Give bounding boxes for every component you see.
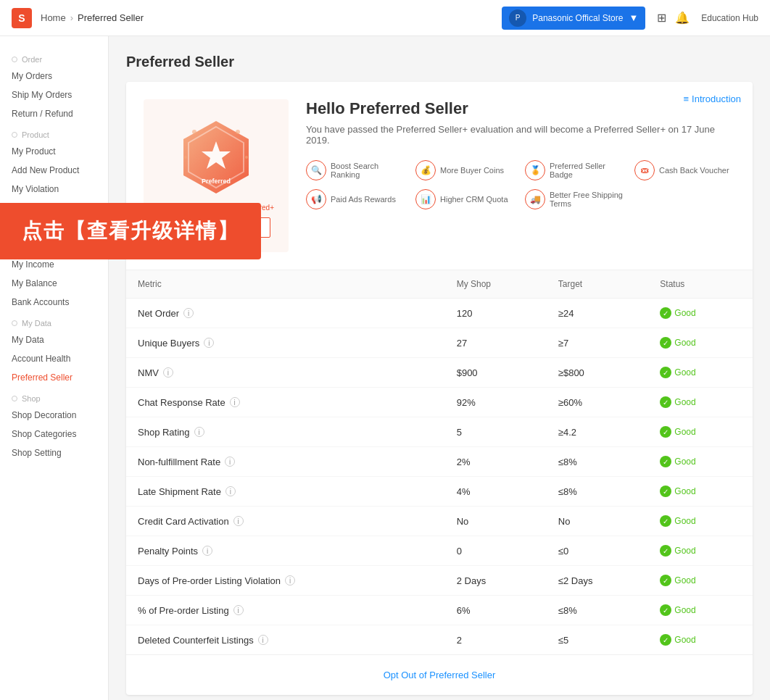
info-icon-5[interactable]: i: [225, 457, 235, 467]
status-label-0: Good: [674, 308, 695, 318]
sidebar-section-shop: Shop: [0, 387, 108, 406]
education-hub-link[interactable]: Education Hub: [701, 13, 758, 23]
header: S Home › Preferred Seller P Panasonic Of…: [0, 0, 770, 36]
benefit-icon-1: 💰: [415, 160, 436, 180]
preferred-badge-svg: Preferred: [173, 114, 260, 201]
target-value-9: ≤2 Days: [547, 566, 649, 596]
metric-name-5: Non-fulfillment Rate i: [138, 457, 434, 467]
metric-label-3: Chat Response Rate: [138, 397, 225, 408]
table-row: Shop Rating i 5 ≥4.2 ✓ Good: [126, 417, 753, 447]
col-target: Target: [547, 270, 649, 299]
status-label-3: Good: [674, 397, 695, 407]
svg-point-4: [236, 130, 240, 134]
info-icon-10[interactable]: i: [233, 605, 244, 615]
benefit-icon-5: 📊: [415, 189, 436, 209]
status-label-9: Good: [674, 575, 695, 586]
store-avatar: P: [509, 9, 526, 27]
target-value-11: ≤5: [547, 625, 649, 655]
status-label-1: Good: [674, 338, 695, 348]
benefit-label-1: More Buyer Coins: [440, 166, 504, 175]
sidebar-item-shop-categories[interactable]: Shop Categories: [0, 425, 108, 443]
metric-name-11: Deleted Counterfeit Listings i: [138, 635, 434, 646]
sidebar-item-my-violation[interactable]: My Violation: [0, 180, 108, 199]
info-icon-3[interactable]: i: [230, 397, 240, 407]
grid-icon[interactable]: ⊞: [657, 11, 666, 25]
opt-out-link[interactable]: Opt Out of Preferred Seller: [384, 670, 496, 680]
metric-label-9: Days of Pre-order Listing Violation: [138, 575, 281, 586]
metric-label-6: Late Shipment Rate: [138, 486, 221, 497]
store-name: Panasonic Offical Store: [532, 13, 623, 23]
info-icon-0[interactable]: i: [183, 308, 194, 318]
col-metric: Metric: [126, 270, 445, 299]
overlay-banner[interactable]: 点击【查看升级详情】: [126, 203, 261, 259]
benefit-icon-2: 🏅: [525, 160, 545, 180]
status-dot-1: ✓: [660, 337, 671, 349]
info-icon-11[interactable]: i: [258, 635, 268, 645]
sidebar-item-shop-setting[interactable]: Shop Setting: [0, 443, 108, 462]
table-row: NMV i $900 ≥$800 ✓ Good: [126, 358, 753, 388]
metric-name-6: Late Shipment Rate i: [138, 486, 434, 497]
status-dot-9: ✓: [660, 575, 671, 586]
info-icon-9[interactable]: i: [285, 575, 295, 586]
sidebar-item-ship-my-orders[interactable]: Ship My Orders: [0, 86, 108, 104]
table-body: Net Order i 120 ≥24 ✓ Good Unique Buyers…: [126, 299, 753, 655]
sidebar-item-bank-accounts[interactable]: Bank Accounts: [0, 293, 108, 312]
metric-name-7: Credit Card Activation i: [138, 516, 434, 527]
metric-label-10: % of Pre-order Listing: [138, 605, 229, 616]
info-icon-6[interactable]: i: [225, 486, 236, 496]
status-label-6: Good: [674, 486, 695, 496]
sidebar-item-my-product[interactable]: My Product: [0, 142, 108, 161]
benefit-item-0: 🔍 Boost Search Ranking: [306, 160, 407, 180]
status-9: ✓ Good: [660, 575, 741, 586]
benefit-icon-6: 🚚: [525, 189, 545, 209]
my-shop-value-4: 5: [445, 417, 547, 447]
status-label-10: Good: [674, 605, 695, 615]
store-selector[interactable]: P Panasonic Offical Store ▼: [502, 7, 645, 30]
status-dot-5: ✓: [660, 456, 671, 467]
status-11: ✓ Good: [660, 634, 741, 646]
status-label-5: Good: [674, 457, 695, 467]
table-header: Metric My Shop Target Status: [126, 270, 753, 299]
table-row: Unique Buyers i 27 ≥7 ✓ Good: [126, 328, 753, 358]
sidebar-item-my-data[interactable]: My Data: [0, 330, 108, 349]
sidebar-item-preferred-seller[interactable]: Preferred Seller: [0, 368, 108, 387]
benefit-item-2: 🏅 Preferred Seller Badge: [525, 160, 626, 180]
status-dot-4: ✓: [660, 426, 671, 438]
main-content: Preferred Seller ≡ Introduction: [109, 36, 770, 700]
info-icon-7[interactable]: i: [233, 516, 244, 526]
benefit-item-4: 📢 Paid Ads Rewards: [306, 189, 407, 209]
status-dot-8: ✓: [660, 545, 671, 557]
info-icon-1[interactable]: i: [204, 338, 214, 348]
bell-icon[interactable]: 🔔: [675, 11, 690, 25]
sidebar-item-account-health[interactable]: Account Health: [0, 349, 108, 368]
svg-text:Preferred: Preferred: [202, 178, 231, 185]
hero-title: Hello Preferred Seller: [306, 99, 735, 118]
benefit-item-1: 💰 More Buyer Coins: [415, 160, 516, 180]
breadcrumb-home[interactable]: Home: [41, 12, 66, 23]
sidebar-item-add-new-product[interactable]: Add New Product: [0, 161, 108, 180]
sidebar-section-product: Product: [0, 123, 108, 142]
benefit-item-3: 🎟 Cash Back Voucher: [634, 160, 735, 180]
sidebar-section-order: Order: [0, 48, 108, 67]
benefit-item-5: 📊 Higher CRM Quota: [415, 189, 516, 209]
sidebar-item-shop-decoration[interactable]: Shop Decoration: [0, 406, 108, 425]
table-row: Days of Pre-order Listing Violation i 2 …: [126, 566, 753, 596]
info-icon-2[interactable]: i: [163, 367, 173, 378]
status-0: ✓ Good: [660, 307, 741, 319]
shopee-logo[interactable]: S: [12, 8, 32, 28]
metric-label-11: Deleted Counterfeit Listings: [138, 635, 254, 646]
table-row: Credit Card Activation i No No ✓ Good: [126, 507, 753, 536]
info-icon-8[interactable]: i: [202, 546, 212, 556]
status-dot-0: ✓: [660, 307, 671, 319]
status-label-2: Good: [674, 367, 695, 378]
sidebar-item-my-balance[interactable]: My Balance: [0, 274, 108, 293]
info-icon-4[interactable]: i: [194, 427, 204, 437]
my-shop-value-10: 6%: [445, 596, 547, 625]
intro-link[interactable]: ≡ Introduction: [683, 93, 741, 104]
preferred-seller-card: ≡ Introduction: [126, 82, 753, 695]
metric-name-1: Unique Buyers i: [138, 338, 434, 349]
sidebar-item-return-/-refund[interactable]: Return / Refund: [0, 104, 108, 123]
benefit-label-6: Better Free Shipping Terms: [550, 191, 626, 208]
metric-label-8: Penalty Points: [138, 546, 198, 557]
sidebar-item-my-orders[interactable]: My Orders: [0, 67, 108, 86]
